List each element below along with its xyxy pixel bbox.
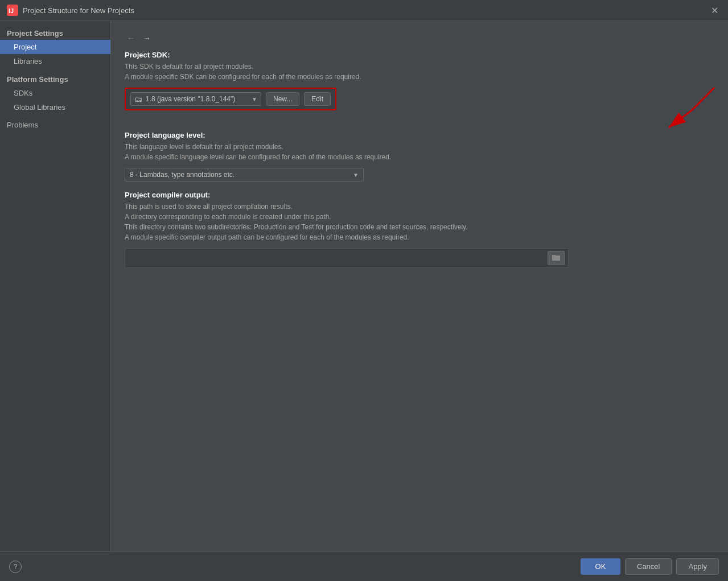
svg-text:IJ: IJ bbox=[9, 7, 14, 14]
project-settings-label: Project Settings bbox=[0, 26, 110, 40]
content-area: ← → Project SDK: This SDK is default for… bbox=[111, 21, 728, 551]
back-arrow-icon[interactable]: ← bbox=[125, 32, 137, 44]
sdk-desc: This SDK is default for all project modu… bbox=[125, 61, 714, 82]
compiler-output-path-row bbox=[125, 248, 569, 268]
title-bar-left: IJ Project Structure for New Projects bbox=[7, 5, 134, 16]
sdk-highlight-box: 🗂 1.8 (java version "1.8.0_144") ▼ New..… bbox=[125, 88, 336, 110]
title-bar: IJ Project Structure for New Projects ✕ bbox=[0, 0, 728, 21]
folder-browse-icon bbox=[552, 253, 561, 262]
sdk-edit-button[interactable]: Edit bbox=[304, 92, 331, 106]
platform-settings-label: Platform Settings bbox=[0, 72, 110, 86]
sdk-title: Project SDK: bbox=[125, 51, 714, 59]
sdk-folder-icon: 🗂 bbox=[134, 94, 142, 104]
ok-button[interactable]: OK bbox=[581, 558, 620, 575]
sidebar-item-libraries[interactable]: Libraries bbox=[0, 54, 110, 68]
main-layout: Project Settings Project Libraries Platf… bbox=[0, 21, 728, 551]
sdk-dropdown[interactable]: 🗂 1.8 (java version "1.8.0_144") ▼ bbox=[130, 92, 261, 106]
compiler-output-title: Project compiler output: bbox=[125, 191, 714, 199]
bottom-bar-left: ? bbox=[9, 561, 22, 573]
forward-arrow-icon[interactable]: → bbox=[141, 32, 153, 44]
sdk-new-button[interactable]: New... bbox=[266, 92, 299, 106]
svg-rect-4 bbox=[552, 255, 556, 257]
language-level-dropdown[interactable]: 8 - Lambdas, type annotations etc. ▼ bbox=[125, 168, 364, 182]
sidebar-item-problems[interactable]: Problems bbox=[0, 118, 110, 132]
sdk-selected-value: 1.8 (java version "1.8.0_144") bbox=[146, 95, 235, 103]
app-logo-icon: IJ bbox=[7, 5, 18, 16]
compiler-output-browse-button[interactable] bbox=[548, 251, 565, 265]
close-button[interactable]: ✕ bbox=[708, 3, 721, 17]
lang-dropdown-arrow-icon: ▼ bbox=[353, 172, 359, 178]
sidebar: Project Settings Project Libraries Platf… bbox=[0, 21, 111, 551]
nav-arrows: ← → bbox=[125, 32, 714, 44]
compiler-output-path-input[interactable] bbox=[129, 254, 548, 262]
sidebar-item-global-libraries[interactable]: Global Libraries bbox=[0, 100, 110, 114]
language-level-desc: This language level is default for all p… bbox=[125, 142, 714, 162]
bottom-bar: ? OK Cancel Apply bbox=[0, 551, 728, 581]
apply-button[interactable]: Apply bbox=[676, 558, 719, 575]
dialog-title: Project Structure for New Projects bbox=[23, 6, 134, 15]
compiler-output-desc: This path is used to store all project c… bbox=[125, 201, 714, 242]
sidebar-item-project[interactable]: Project bbox=[0, 40, 110, 54]
sdk-dropdown-arrow-icon: ▼ bbox=[252, 96, 257, 102]
sdk-annotation-container: 🗂 1.8 (java version "1.8.0_144") ▼ New..… bbox=[125, 88, 714, 120]
language-level-value: 8 - Lambdas, type annotations etc. bbox=[130, 171, 235, 179]
language-level-title: Project language level: bbox=[125, 131, 714, 139]
cancel-button[interactable]: Cancel bbox=[625, 558, 672, 575]
help-button[interactable]: ? bbox=[9, 561, 22, 573]
sidebar-item-sdks[interactable]: SDKs bbox=[0, 86, 110, 100]
bottom-bar-right: OK Cancel Apply bbox=[581, 558, 719, 575]
